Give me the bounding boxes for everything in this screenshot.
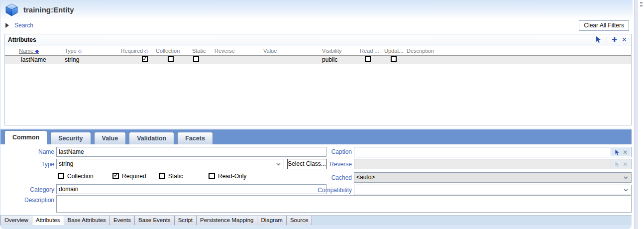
bottom-edge	[0, 225, 632, 229]
expander-triangle-icon[interactable]	[5, 23, 9, 28]
clear-icon: ✕	[623, 161, 628, 168]
checkbox	[159, 173, 165, 179]
sort-hollow-diamond-icon: ◇	[78, 48, 82, 54]
cached-select[interactable]: <auto>	[354, 172, 632, 183]
column-header-static[interactable]: Static	[192, 48, 206, 54]
read-only-checkbox-field[interactable]: Read-Only	[209, 173, 246, 180]
toolbar-divider	[607, 36, 607, 43]
tab-attributes[interactable]: Attributes	[32, 216, 64, 225]
tab-common[interactable]: Common	[4, 130, 47, 144]
column-header-description[interactable]: Description	[407, 48, 434, 54]
tab-validation[interactable]: Validation	[129, 132, 174, 144]
tab-source[interactable]: Source	[287, 216, 312, 225]
column-header-required[interactable]: Required ◇	[115, 48, 148, 54]
search-toggle[interactable]: Search	[14, 22, 33, 29]
checkbox	[209, 173, 215, 179]
column-header-collection[interactable]: Collection	[156, 48, 180, 54]
type-label: Type	[0, 161, 54, 168]
column-header-value[interactable]: Value	[263, 48, 277, 54]
entity-editor-window: training:Entity Search Clear All Filters…	[0, 0, 644, 229]
collection-checkbox[interactable]	[168, 56, 174, 62]
caption-field[interactable]: ✕	[354, 147, 632, 157]
tab-overview[interactable]: Overview	[0, 216, 32, 225]
static-checkbox[interactable]	[193, 56, 199, 62]
required-checkbox[interactable]	[142, 56, 148, 62]
reverse-field: ✕	[354, 159, 632, 169]
column-header-visibility[interactable]: Visibility	[322, 48, 342, 54]
reverse-label: Reverse	[298, 161, 352, 168]
tab-persistence-mapping[interactable]: Persistence Mapping	[197, 216, 257, 225]
cell-name: lastName	[21, 56, 46, 63]
attributes-section-title: Attributes	[8, 36, 36, 43]
compatibility-select[interactable]	[354, 185, 632, 195]
column-header-name[interactable]: Name ◆	[19, 48, 39, 54]
read-only-checkbox[interactable]	[365, 56, 371, 62]
main-panel: training:Entity Search Clear All Filters…	[0, 0, 633, 229]
document-tab-bar: Overview Attributes Base Attributes Even…	[0, 215, 632, 225]
grip-icon	[640, 2, 643, 3]
column-separator	[63, 47, 63, 55]
compatibility-label: Compatibility	[298, 187, 352, 194]
checkbox	[58, 173, 64, 179]
updatable-checkbox[interactable]	[391, 56, 397, 62]
tab-script[interactable]: Script	[175, 216, 197, 225]
tab-value[interactable]: Value	[94, 132, 126, 144]
tab-events[interactable]: Events	[110, 216, 135, 225]
tab-base-events[interactable]: Base Events	[135, 216, 175, 225]
cell-visibility: public	[322, 56, 337, 63]
collection-checkbox-field[interactable]: Collection	[58, 173, 94, 180]
category-field[interactable]	[56, 184, 326, 194]
attributes-panel: Attributes ✚ ✕ Name ◆ Type ◇ Required ◇ …	[4, 34, 632, 125]
right-gutter	[633, 0, 644, 229]
name-field[interactable]	[56, 147, 326, 157]
attributes-titlebar: Attributes ✚ ✕	[5, 34, 631, 46]
splitter-bar[interactable]	[634, 0, 638, 229]
cached-label: Cached	[298, 174, 352, 181]
column-header-type[interactable]: Type ◇	[65, 48, 82, 54]
chevron-down-icon	[276, 163, 281, 166]
attributes-toolbar: ✚ ✕	[595, 36, 627, 43]
delete-attribute-button[interactable]: ✕	[622, 36, 627, 43]
tab-facets[interactable]: Facets	[177, 132, 213, 144]
required-checkbox-field[interactable]: Required	[112, 173, 146, 180]
column-header-reverse[interactable]: Reverse	[215, 48, 235, 54]
attributes-header-row: Name ◆ Type ◇ Required ◇ Collection Stat…	[5, 46, 631, 56]
common-tab-panel: Name Type string Select Class... Collect…	[0, 144, 633, 215]
checkbox	[112, 173, 119, 179]
clear-icon[interactable]: ✕	[623, 149, 628, 156]
chevron-down-icon	[624, 176, 628, 179]
sort-filled-diamond-icon: ◆	[35, 48, 39, 54]
select-cursor-icon	[614, 161, 620, 167]
column-header-read-only[interactable]: Read ...	[360, 48, 379, 54]
column-header-updatable[interactable]: Updat...	[384, 48, 404, 54]
cube-icon	[5, 3, 18, 16]
tab-diagram[interactable]: Diagram	[257, 216, 286, 225]
category-label: Category	[0, 186, 54, 193]
tab-security[interactable]: Security	[50, 132, 91, 144]
type-select[interactable]: string	[56, 159, 284, 169]
select-cursor-icon[interactable]	[595, 36, 602, 43]
select-cursor-icon[interactable]	[614, 149, 620, 155]
search-bar: Search Clear All Filters	[0, 19, 633, 33]
grip-icon	[640, 5, 643, 6]
clear-all-filters-button[interactable]: Clear All Filters	[579, 20, 629, 31]
name-label: Name	[0, 148, 54, 155]
description-field[interactable]	[56, 195, 632, 213]
detail-tab-strip: Common Security Value Validation Facets	[0, 128, 632, 144]
sort-hollow-diamond-icon: ◇	[144, 48, 148, 54]
static-checkbox-field[interactable]: Static	[159, 173, 183, 180]
caption-label: Caption	[298, 148, 352, 155]
cell-type: string	[65, 56, 79, 63]
tab-base-attributes[interactable]: Base Attributes	[64, 216, 110, 225]
table-row[interactable]: lastName string public	[5, 56, 631, 64]
description-label: Description	[0, 197, 54, 204]
page-header: training:Entity	[0, 0, 633, 19]
chevron-down-icon	[624, 189, 628, 192]
tab-bar-filler	[312, 216, 632, 225]
page-title: training:Entity	[23, 5, 74, 14]
add-attribute-button[interactable]: ✚	[612, 36, 617, 43]
